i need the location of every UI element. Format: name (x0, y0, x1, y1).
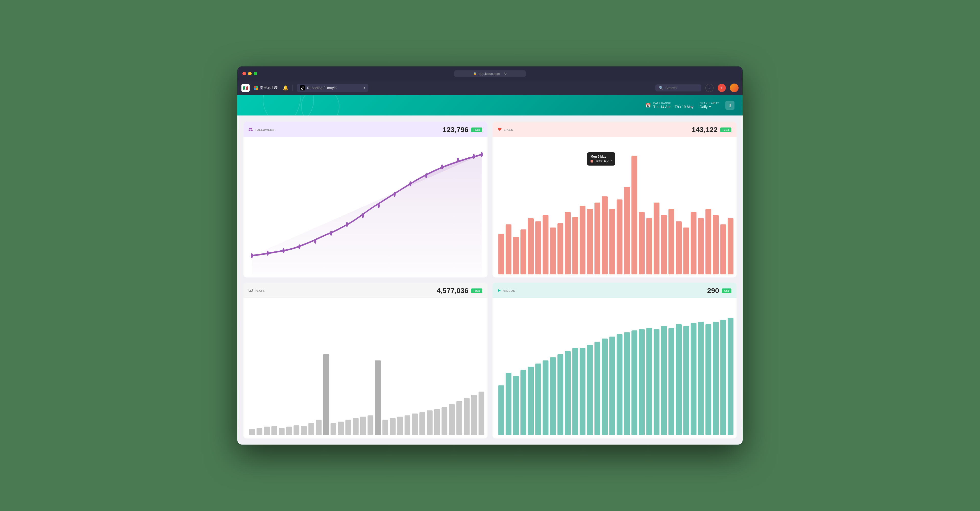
notification-bell[interactable]: 🔔 (283, 85, 288, 91)
svg-point-12 (346, 222, 348, 227)
platform-selector[interactable]: Reporting / Douyin ▾ (297, 84, 368, 92)
svg-rect-114 (683, 326, 689, 435)
followers-header: FOLLOWERS 123,796 +33% (243, 121, 487, 137)
svg-rect-78 (412, 414, 418, 435)
svg-rect-59 (271, 426, 277, 435)
svg-rect-34 (587, 209, 593, 275)
title-bar: 🔒 app.kawo.com ↻ (237, 66, 743, 81)
account-name-text: 圭里尼手表 (260, 86, 278, 90)
followers-chart-svg (247, 137, 484, 275)
followers-icon (248, 128, 253, 132)
help-icon: ? (708, 86, 711, 90)
svg-rect-66 (323, 354, 329, 435)
svg-rect-118 (713, 322, 719, 435)
likes-chart-svg (496, 137, 733, 275)
svg-rect-77 (404, 415, 410, 435)
close-button[interactable] (242, 72, 246, 75)
svg-rect-93 (528, 367, 534, 435)
svg-rect-116 (698, 322, 704, 435)
svg-point-16 (409, 181, 411, 187)
calendar-icon: 📅 (645, 102, 651, 108)
svg-rect-109 (646, 328, 652, 435)
svg-rect-64 (308, 423, 314, 435)
svg-rect-96 (550, 357, 556, 435)
svg-rect-115 (690, 323, 697, 435)
svg-marker-55 (250, 290, 251, 291)
followers-badge: +33% (471, 128, 482, 132)
svg-rect-39 (624, 187, 630, 275)
traffic-lights (242, 72, 257, 75)
tiktok-icon (300, 85, 305, 91)
bg-circle-3 (301, 95, 339, 115)
svg-rect-22 (498, 234, 504, 275)
svg-rect-81 (434, 409, 440, 435)
svg-rect-112 (668, 328, 674, 435)
likes-header: LIKES 143,122 +21% (493, 121, 737, 137)
svg-rect-45 (668, 209, 674, 275)
add-button[interactable]: + (718, 84, 726, 92)
svg-rect-46 (676, 221, 682, 275)
videos-icon (498, 289, 501, 293)
svg-rect-51 (713, 215, 719, 275)
svg-rect-97 (557, 354, 563, 435)
svg-rect-100 (579, 348, 585, 435)
svg-rect-105 (617, 334, 622, 435)
svg-rect-1 (256, 86, 258, 88)
svg-rect-0 (254, 86, 256, 88)
svg-rect-36 (602, 196, 608, 275)
account-icon (254, 86, 258, 90)
search-placeholder: Search (665, 86, 676, 90)
followers-value: 123,796 (442, 126, 468, 134)
svg-rect-67 (331, 423, 336, 435)
svg-rect-104 (609, 337, 615, 435)
svg-rect-94 (535, 364, 541, 435)
videos-chart-svg (496, 298, 733, 435)
likes-value-section: 143,122 +21% (692, 126, 732, 134)
svg-rect-58 (264, 427, 270, 435)
svg-rect-84 (456, 401, 462, 436)
plays-value-section: 4,577,036 +36% (437, 287, 482, 295)
svg-rect-111 (661, 326, 667, 435)
svg-rect-95 (542, 361, 549, 435)
svg-point-5 (251, 128, 252, 129)
search-bar[interactable]: 🔍 Search (655, 84, 701, 91)
svg-rect-108 (639, 329, 645, 435)
main-content: FOLLOWERS 123,796 +33% (237, 115, 743, 445)
svg-rect-32 (572, 217, 578, 275)
svg-point-13 (362, 213, 364, 218)
svg-rect-87 (479, 392, 484, 435)
svg-point-11 (330, 231, 332, 236)
svg-rect-119 (720, 320, 726, 435)
videos-card: VIDEOS 290 +2% (493, 283, 737, 438)
refresh-icon[interactable]: ↻ (504, 72, 507, 76)
svg-rect-41 (639, 212, 645, 275)
likes-badge: +21% (720, 128, 732, 132)
help-button[interactable]: ? (705, 84, 714, 92)
svg-rect-69 (345, 420, 351, 435)
svg-rect-63 (301, 426, 307, 435)
svg-point-7 (267, 251, 269, 256)
svg-rect-23 (506, 224, 511, 275)
likes-card: LIKES 143,122 +21% (493, 121, 737, 278)
videos-value: 290 (707, 287, 719, 295)
svg-rect-68 (338, 422, 344, 435)
svg-rect-106 (624, 332, 630, 436)
svg-rect-38 (617, 200, 622, 275)
svg-rect-42 (646, 218, 652, 275)
svg-rect-98 (565, 351, 571, 435)
maximize-button[interactable] (254, 72, 257, 75)
svg-rect-83 (449, 404, 455, 435)
svg-rect-33 (579, 206, 585, 275)
svg-rect-107 (632, 331, 637, 435)
followers-label-text: FOLLOWERS (255, 128, 274, 131)
platform-chevron: ▾ (364, 86, 365, 90)
svg-rect-3 (256, 88, 258, 90)
url-bar[interactable]: 🔒 app.kawo.com ↻ (454, 70, 526, 77)
videos-label: VIDEOS (498, 289, 515, 293)
minimize-button[interactable] (248, 72, 251, 75)
account-name-display[interactable]: 圭里尼手表 (254, 86, 278, 90)
plays-icon (248, 289, 253, 293)
user-avatar[interactable] (730, 83, 738, 92)
svg-marker-88 (498, 289, 501, 292)
svg-point-18 (441, 164, 443, 170)
